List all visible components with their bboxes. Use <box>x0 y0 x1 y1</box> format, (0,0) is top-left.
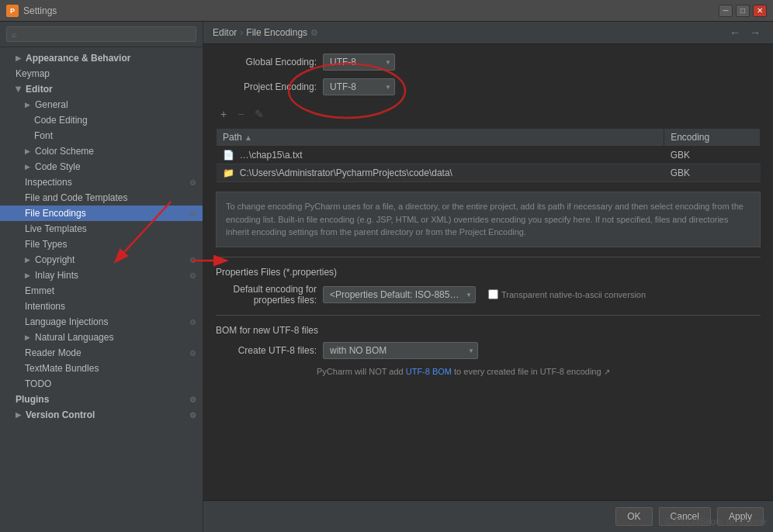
sidebar-item-file-encodings[interactable]: File Encodings ⚙ <box>0 206 203 221</box>
project-encoding-select-wrapper[interactable]: UTF-8 GBK ISO-8859-1 <box>323 78 395 95</box>
content-area: Editor › File Encodings ⚙ ← → Global Enc… <box>203 22 773 532</box>
main-container: ▶ Appearance & Behavior Keymap ▶ Editor … <box>0 22 773 532</box>
sidebar-label-file-types: File Types <box>25 239 67 250</box>
breadcrumb: Editor › File Encodings ⚙ <box>213 27 318 38</box>
breadcrumb-parent: Editor <box>213 27 237 38</box>
sidebar-item-keymap[interactable]: Keymap <box>0 66 203 81</box>
utf8-bom-highlight: UTF-8 BOM <box>406 367 452 376</box>
sidebar-item-plugins[interactable]: Plugins ⚙ <box>0 392 203 407</box>
content-body: Global Encoding: UTF-8 GBK ISO-8859-1 Pr… <box>203 44 773 500</box>
reader-mode-badge-icon: ⚙ <box>189 349 196 358</box>
sidebar: ▶ Appearance & Behavior Keymap ▶ Editor … <box>0 22 203 532</box>
app-icon: P <box>6 5 19 17</box>
expand-arrow-appearance: ▶ <box>16 54 21 62</box>
create-utf8-label: Create UTF-8 files: <box>216 345 317 356</box>
inspections-badge-icon: ⚙ <box>189 178 196 187</box>
create-utf8-select-wrapper[interactable]: with NO BOM with BOM <box>323 342 478 359</box>
sidebar-item-emmet[interactable]: Emmet <box>0 283 203 299</box>
nav-buttons[interactable]: ← → <box>726 26 764 39</box>
sidebar-item-color-scheme[interactable]: ▶ Color Scheme <box>0 143 203 159</box>
bom-section-separator <box>216 315 761 316</box>
properties-encoding-row: Default encoding for properties files: <… <box>216 284 761 306</box>
expand-arrow-version-control: ▶ <box>16 411 21 419</box>
sidebar-label-code-editing: Code Editing <box>34 115 88 126</box>
sidebar-item-font[interactable]: Font <box>0 128 203 143</box>
sidebar-label-appearance: Appearance & Behavior <box>26 53 130 64</box>
breadcrumb-sep: › <box>240 27 243 38</box>
sidebar-item-todo[interactable]: TODO <box>0 376 203 392</box>
title-bar: P Settings ─ □ ✕ <box>0 0 773 22</box>
global-encoding-row: Global Encoding: UTF-8 GBK ISO-8859-1 <box>216 54 761 71</box>
sidebar-item-reader-mode[interactable]: Reader Mode ⚙ <box>0 345 203 361</box>
properties-encoding-select[interactable]: <Properties Default: ISO-885… <box>323 286 476 303</box>
transparent-checkbox[interactable] <box>488 289 498 299</box>
add-button[interactable]: + <box>216 106 231 122</box>
sidebar-item-live-templates[interactable]: Live Templates <box>0 221 203 237</box>
sidebar-item-textmate-bundles[interactable]: TextMate Bundles <box>0 361 203 376</box>
sidebar-label-reader-mode: Reader Mode <box>25 347 81 358</box>
sidebar-label-intentions: Intentions <box>25 301 65 312</box>
sidebar-label-textmate-bundles: TextMate Bundles <box>25 363 99 374</box>
utf8-note-arrow: ↗ <box>604 368 610 376</box>
create-utf8-select[interactable]: with NO BOM with BOM <box>323 342 478 359</box>
sidebar-label-color-scheme: Color Scheme <box>35 146 94 157</box>
bom-section-title: BOM for new UTF-8 files <box>216 325 761 336</box>
transparent-checkbox-label[interactable]: Transparent native-to-ascii conversion <box>488 289 646 299</box>
sidebar-item-inspections[interactable]: Inspections ⚙ <box>0 174 203 190</box>
project-encoding-label: Project Encoding: <box>216 81 317 92</box>
table-row[interactable]: 📄 …\chap15\a.txt GBK <box>217 147 761 164</box>
sidebar-item-editor[interactable]: ▶ Editor <box>0 81 203 97</box>
nav-forward-button[interactable]: → <box>747 26 764 39</box>
sidebar-item-file-types[interactable]: File Types <box>0 237 203 252</box>
global-encoding-select[interactable]: UTF-8 GBK ISO-8859-1 <box>323 54 395 71</box>
search-bar[interactable] <box>0 22 203 47</box>
edit-button[interactable]: ✎ <box>250 106 269 122</box>
sidebar-item-natural-languages[interactable]: ▶ Natural Languages <box>0 330 203 345</box>
file-icon: 📄 <box>223 150 234 161</box>
sidebar-item-code-editing[interactable]: Code Editing <box>0 112 203 128</box>
global-encoding-select-wrapper[interactable]: UTF-8 GBK ISO-8859-1 <box>323 54 395 71</box>
sidebar-label-natural-languages: Natural Languages <box>35 332 113 343</box>
language-injections-badge-icon: ⚙ <box>189 318 196 326</box>
table-cell-encoding: GBK <box>664 164 761 182</box>
sidebar-label-live-templates: Live Templates <box>25 223 87 234</box>
sidebar-label-file-encodings: File Encodings <box>25 208 86 219</box>
bom-section: BOM for new UTF-8 files Create UTF-8 fil… <box>216 325 761 376</box>
sidebar-label-file-code-templates: File and Code Templates <box>25 192 128 203</box>
utf8-note-prefix: PyCharm will NOT add <box>317 367 406 376</box>
close-button[interactable]: ✕ <box>753 5 767 17</box>
sidebar-item-version-control[interactable]: ▶ Version Control ⚙ <box>0 407 203 423</box>
table-row[interactable]: 📁 C:\Users\Administrator\PycharmProjects… <box>217 164 761 182</box>
utf8-note: PyCharm will NOT add UTF-8 BOM to every … <box>216 367 761 376</box>
sidebar-item-appearance[interactable]: ▶ Appearance & Behavior <box>0 50 203 66</box>
project-encoding-select[interactable]: UTF-8 GBK ISO-8859-1 <box>323 78 395 95</box>
window-controls[interactable]: ─ □ ✕ <box>719 5 767 17</box>
minimize-button[interactable]: ─ <box>719 5 733 17</box>
expand-arrow-code-style: ▶ <box>25 163 30 171</box>
expand-arrow-color-scheme: ▶ <box>25 147 30 155</box>
expand-arrow-copyright: ▶ <box>25 256 30 264</box>
nav-back-button[interactable]: ← <box>726 26 744 39</box>
sidebar-item-intentions[interactable]: Intentions <box>0 299 203 314</box>
ok-button[interactable]: OK <box>615 507 652 526</box>
table-toolbar: + − ✎ <box>216 103 761 125</box>
properties-section-title: Properties Files (*.properties) <box>216 267 761 278</box>
table-cell-path: 📁 C:\Users\Administrator\PycharmProjects… <box>217 164 664 182</box>
sidebar-item-general[interactable]: ▶ General <box>0 97 203 112</box>
remove-button[interactable]: − <box>233 106 248 122</box>
properties-encoding-select-wrapper[interactable]: <Properties Default: ISO-885… <box>323 286 476 303</box>
table-cell-encoding: GBK <box>664 147 761 164</box>
content-header: Editor › File Encodings ⚙ ← → <box>203 22 773 44</box>
expand-arrow-natural-languages: ▶ <box>25 333 30 341</box>
sidebar-item-code-style[interactable]: ▶ Code Style <box>0 159 203 174</box>
sidebar-item-file-code-templates[interactable]: File and Code Templates <box>0 190 203 206</box>
search-input[interactable] <box>6 26 196 42</box>
sidebar-label-keymap: Keymap <box>16 68 50 79</box>
table-cell-path: 📄 …\chap15\a.txt <box>217 147 664 164</box>
maximize-button[interactable]: □ <box>736 5 750 17</box>
sidebar-item-inlay-hints[interactable]: ▶ Inlay Hints ⚙ <box>0 268 203 283</box>
sidebar-item-language-injections[interactable]: Language Injections ⚙ <box>0 314 203 330</box>
plugins-badge-icon: ⚙ <box>189 396 196 404</box>
sidebar-label-inspections: Inspections <box>25 177 72 188</box>
sidebar-item-copyright[interactable]: ▶ Copyright ⚙ <box>0 252 203 268</box>
